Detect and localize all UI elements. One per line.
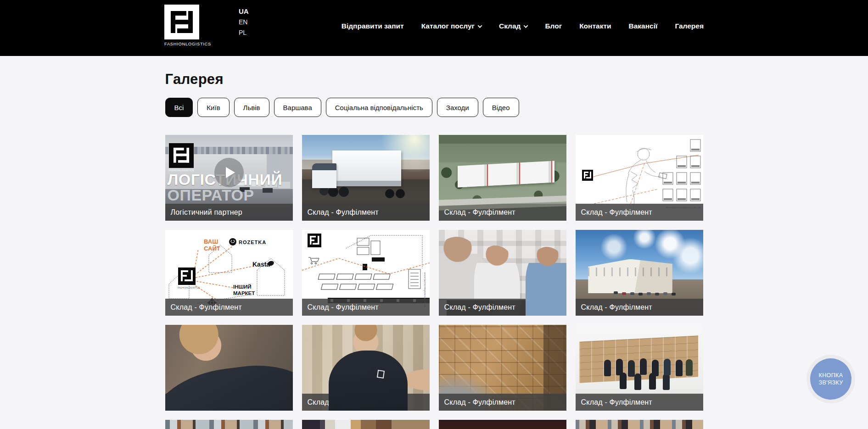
gallery-item-caption: Склад - Фулфілмент: [439, 394, 566, 411]
gallery-item[interactable]: Склад - Фулфілмент: [302, 325, 430, 411]
gallery-item[interactable]: Склад - Фулфілмент: [165, 325, 293, 411]
gallery-item[interactable]: Склад - Фулфілмент: [576, 230, 703, 316]
nav-item-contacts[interactable]: Контакти: [579, 22, 611, 30]
logo-monogram-icon: [164, 5, 199, 39]
play-icon[interactable]: [214, 158, 244, 187]
lang-en[interactable]: EN: [239, 18, 249, 26]
nav-item-blog[interactable]: Блог: [545, 22, 562, 30]
svg-text:FASHIONLOGISTICS: FASHIONLOGISTICS: [178, 287, 200, 289]
lang-pl[interactable]: PL: [239, 29, 249, 36]
nav-item-send-request[interactable]: Відправити запит: [342, 22, 404, 30]
fashionlogistics-logo[interactable]: FASHIONLOGISTICS: [164, 5, 207, 46]
polo-logo-art: [376, 370, 384, 379]
gallery-item-caption: Склад - Фулфілмент: [302, 394, 430, 411]
gallery-item-caption: Склад - Фулфілмент: [439, 299, 566, 316]
gallery-item[interactable]: www.fashionlogistics.com.ua Склад - Фулф…: [302, 230, 430, 316]
gallery-item[interactable]: Склад - Фулфілмент: [439, 135, 566, 221]
gallery-item-caption: Логістичний партнер: [165, 204, 293, 221]
gallery-item-caption: Склад - Фулфілмент: [576, 204, 703, 221]
gallery-item-caption: Склад - Фулфілмент: [576, 394, 703, 411]
gallery-item[interactable]: ВАШ САЙТ ROZETKA Kasta ІНШИЙ МАРКЕТ FASH…: [165, 230, 293, 316]
fashionlogistics-logo: FASHIONLOGISTICS: [169, 143, 196, 172]
gallery-item[interactable]: Склад - Фулфілмент: [576, 325, 703, 411]
filter-chip-social-responsibility[interactable]: Соціальна відповідальність: [326, 98, 432, 117]
gallery-item[interactable]: [576, 420, 703, 429]
nav-item-services[interactable]: Каталог послуг: [421, 22, 482, 30]
logo-wordmark: FASHIONLOGISTICS: [164, 41, 207, 46]
lang-ua[interactable]: UA: [239, 7, 249, 15]
gallery-item-caption: Склад - Фулфілмент: [576, 299, 703, 316]
filter-chip-all[interactable]: Всі: [165, 98, 193, 117]
filter-chip-kyiv[interactable]: Київ: [197, 98, 229, 117]
nav-item-warehouse[interactable]: Склад: [499, 22, 527, 30]
filter-chip-events[interactable]: Заходи: [437, 98, 478, 117]
svg-text:ІНШИЙ: ІНШИЙ: [233, 284, 252, 290]
gallery-item-caption: Склад - Фулфілмент: [439, 204, 566, 221]
svg-text:МАРКЕТ: МАРКЕТ: [233, 290, 255, 296]
svg-text:САЙТ: САЙТ: [204, 245, 220, 252]
gallery-item[interactable]: [302, 420, 430, 429]
gallery-item[interactable]: www.fashionlogistics.com.ua Склад - Фулф…: [576, 135, 703, 221]
filter-chip-warsaw[interactable]: Варшава: [274, 98, 321, 117]
nav-item-vacancies[interactable]: Вакансії: [629, 22, 658, 30]
chevron-down-icon: [524, 23, 528, 28]
page-title: Галерея: [165, 71, 703, 88]
nav-item-gallery[interactable]: Галерея: [675, 22, 704, 30]
filter-chip-video[interactable]: Відео: [483, 98, 519, 117]
gallery-item[interactable]: [439, 420, 566, 429]
gallery-item[interactable]: [165, 420, 293, 429]
gallery-item-caption: Склад - Фулфілмент: [165, 299, 293, 316]
svg-text:ВАШ: ВАШ: [204, 238, 218, 245]
svg-text:ROZETKA: ROZETKA: [239, 240, 266, 245]
gallery-item[interactable]: Склад - Фулфілмент: [439, 325, 566, 411]
gallery-item-caption: Склад - Фулфілмент: [302, 204, 430, 221]
gallery-item[interactable]: Склад - Фулфілмент: [302, 135, 430, 221]
header: FASHIONLOGISTICS UA EN PL Відправити зап…: [0, 0, 868, 56]
language-switcher: UA EN PL: [239, 7, 249, 36]
filter-bar: Всі Київ Львів Варшава Соціальна відпові…: [165, 98, 703, 117]
gallery-item-caption: Склад - Фулфілмент: [302, 299, 430, 316]
contact-floating-button[interactable]: КНОПКА ЗВ'ЯЗКУ: [806, 355, 855, 403]
filter-chip-lviv[interactable]: Львів: [234, 98, 269, 117]
chevron-down-icon: [478, 23, 482, 28]
gallery-item[interactable]: Склад - Фулфілмент: [439, 230, 566, 316]
main-nav: Відправити запит Каталог послуг Склад Бл…: [249, 0, 704, 56]
gallery-item-video[interactable]: FASHIONLOGISTICS ЛОГІСТИЧНИЙ ОПЕРАТОР Ло…: [165, 135, 293, 221]
gallery-item-caption: Склад - Фулфілмент: [165, 394, 293, 411]
svg-text:Kasta: Kasta: [252, 261, 270, 268]
gallery-grid: FASHIONLOGISTICS ЛОГІСТИЧНИЙ ОПЕРАТОР Ло…: [165, 135, 703, 429]
